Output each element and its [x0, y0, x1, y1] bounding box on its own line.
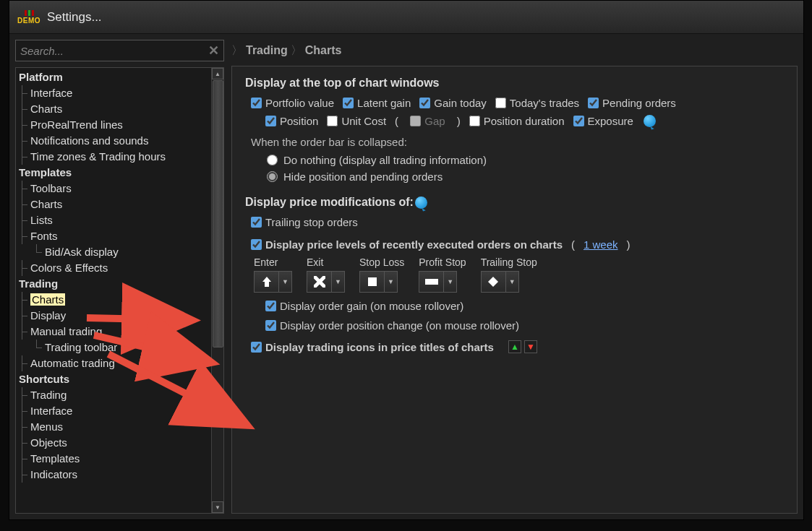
collapsed-label: When the order bar is collapsed: [251, 136, 784, 148]
cb-portfolio-value[interactable] [251, 98, 262, 108]
tree-item[interactable]: Colors & Effects [16, 260, 211, 276]
svg-marker-3 [488, 277, 498, 287]
tree-item[interactable]: Interface [16, 85, 211, 101]
chevron-right-icon: 〉 [231, 43, 243, 59]
marker-stoploss-dropdown[interactable]: ▼ [385, 271, 398, 293]
settings-tree: PlatformInterfaceChartsProRealTrend line… [15, 67, 224, 514]
radio-do-nothing[interactable] [267, 155, 278, 165]
tree-item[interactable]: Templates [16, 451, 211, 467]
tree-item[interactable]: Automatic trading [16, 355, 211, 371]
info-balloon-icon[interactable] [415, 197, 427, 209]
breadcrumb-trading[interactable]: Trading [246, 44, 288, 57]
cb-display-order-position-change[interactable] [265, 320, 276, 331]
section-display-top-title: Display at the top of chart windows [245, 77, 784, 90]
marker-profitstop-button[interactable] [419, 271, 444, 293]
marker-label-enter: Enter [254, 256, 292, 268]
search-field-wrap: ✕ [15, 40, 224, 61]
arrow-down-icon: ▼ [524, 340, 537, 353]
tree-item[interactable]: Toolbars [16, 181, 211, 197]
marker-enter-button[interactable] [254, 271, 279, 293]
arrow-up-icon: ▲ [508, 340, 521, 353]
svg-marker-0 [262, 277, 271, 287]
trade-icons-sample: ▲ ▼ [508, 340, 537, 353]
chevron-right-icon: 〉 [291, 43, 302, 59]
cb-exposure[interactable] [573, 116, 584, 126]
window-title: Settings... [47, 10, 102, 25]
cb-trailing-stop-orders[interactable] [251, 217, 262, 228]
radio-hide-position[interactable] [267, 171, 278, 182]
marker-enter-dropdown[interactable]: ▼ [279, 271, 292, 293]
svg-rect-1 [368, 277, 377, 286]
marker-stoploss-button[interactable] [359, 271, 385, 293]
scroll-thumb[interactable] [213, 80, 223, 347]
tree-section[interactable]: Templates [16, 165, 211, 181]
cb-latent-gain[interactable] [343, 98, 354, 108]
cb-gain-today[interactable] [419, 98, 430, 108]
cb-todays-trades[interactable] [495, 98, 506, 108]
tree-item[interactable]: Charts [16, 292, 211, 308]
tree-item[interactable]: Charts [16, 101, 211, 117]
tree-item[interactable]: Trading [16, 387, 211, 403]
marker-label-exit: Exit [307, 256, 345, 268]
marker-label-trailingstop: Trailing Stop [481, 256, 537, 268]
tree-subitem[interactable]: Bid/Ask display [16, 244, 211, 260]
settings-content: Display at the top of chart windows Port… [231, 66, 798, 514]
search-clear-icon[interactable]: ✕ [208, 43, 219, 59]
cb-unit-cost[interactable] [327, 116, 338, 126]
demo-badge-icon: DEMO [17, 10, 41, 25]
marker-profitstop-dropdown[interactable]: ▼ [444, 271, 457, 293]
svg-rect-2 [425, 279, 438, 285]
section-price-mod-title: Display price modifications of: [245, 196, 784, 209]
marker-trailingstop-dropdown[interactable]: ▼ [506, 271, 519, 293]
scroll-down-icon[interactable]: ▼ [212, 501, 223, 513]
marker-trailingstop-button[interactable] [481, 271, 506, 293]
sidebar: ✕ PlatformInterfaceChartsProRealTrend li… [15, 40, 224, 514]
link-period[interactable]: 1 week [584, 238, 618, 251]
cb-position[interactable] [265, 116, 276, 126]
tree-item[interactable]: Charts [16, 197, 211, 212]
cb-display-price-levels[interactable] [251, 239, 262, 250]
tree-item[interactable]: ProRealTrend lines [16, 117, 211, 133]
tree-item[interactable]: Fonts [16, 228, 211, 244]
marker-label-profitstop: Profit Stop [419, 256, 466, 268]
info-balloon-icon[interactable] [644, 115, 656, 127]
settings-window: DEMO Settings... ✕ PlatformInterfaceChar… [9, 0, 804, 520]
tree-item[interactable]: Menus [16, 419, 211, 435]
marker-exit-button[interactable] [307, 271, 332, 293]
tree-section[interactable]: Shortcuts [16, 371, 211, 387]
tree-item[interactable]: Display [16, 308, 211, 324]
cb-display-trading-icons[interactable] [251, 342, 262, 353]
scroll-up-icon[interactable]: ▲ [212, 68, 223, 79]
search-input[interactable] [20, 45, 208, 57]
tree-item[interactable]: Interface [16, 403, 211, 419]
cb-display-order-gain[interactable] [265, 301, 276, 311]
tree-item[interactable]: Indicators [16, 467, 211, 483]
tree-item[interactable]: Notifications and sounds [16, 133, 211, 149]
tree-section[interactable]: Platform [16, 69, 211, 85]
cb-gap [410, 116, 421, 126]
tree-item[interactable]: Lists [16, 212, 211, 228]
tree-section[interactable]: Trading [16, 276, 211, 292]
tree-item[interactable]: Time zones & Trading hours [16, 149, 211, 165]
cb-pending-orders[interactable] [588, 98, 599, 108]
marker-label-stoploss: Stop Loss [359, 256, 404, 268]
titlebar: DEMO Settings... [9, 1, 803, 34]
tree-item[interactable]: Objects [16, 435, 211, 451]
marker-exit-dropdown[interactable]: ▼ [332, 271, 345, 293]
breadcrumb-charts[interactable]: Charts [305, 44, 342, 57]
breadcrumb: 〉 Trading 〉 Charts [231, 40, 798, 61]
tree-scrollbar[interactable]: ▲ ▼ [211, 68, 223, 513]
cb-position-duration[interactable] [469, 116, 480, 126]
tree-item[interactable]: Manual trading [16, 324, 211, 340]
tree-subitem[interactable]: Trading toolbar [16, 340, 211, 355]
